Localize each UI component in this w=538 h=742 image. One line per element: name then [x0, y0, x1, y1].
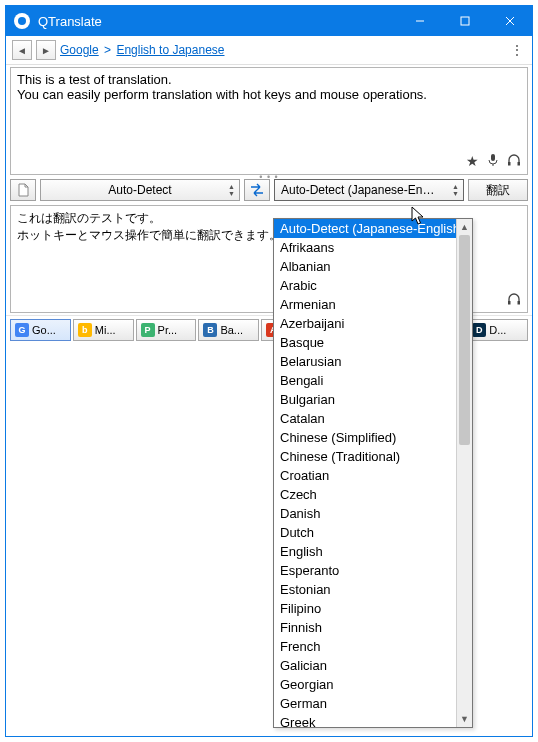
service-icon: P	[141, 323, 155, 337]
dropdown-item[interactable]: English	[274, 542, 456, 561]
svg-rect-2	[461, 17, 469, 25]
titlebar: QTranslate	[6, 6, 532, 36]
dropdown-item[interactable]: Arabic	[274, 276, 456, 295]
dropdown-item[interactable]: Filipino	[274, 599, 456, 618]
new-file-button[interactable]	[10, 179, 36, 201]
dropdown-item[interactable]: Finnish	[274, 618, 456, 637]
service-tab-label: Pr...	[158, 324, 178, 336]
service-tab[interactable]: DD...	[467, 319, 528, 341]
dropdown-item[interactable]: Galician	[274, 656, 456, 675]
dropdown-item[interactable]: Bengali	[274, 371, 456, 390]
svg-rect-9	[508, 301, 511, 305]
app-title: QTranslate	[38, 14, 397, 29]
chevron-right-icon: >	[104, 43, 111, 57]
service-tab-label: Mi...	[95, 324, 116, 336]
dropdown-item[interactable]: Croatian	[274, 466, 456, 485]
source-language-label: Auto-Detect	[47, 183, 233, 197]
dropdown-item[interactable]: Greek	[274, 713, 456, 727]
dropdown-item[interactable]: Esperanto	[274, 561, 456, 580]
target-language-dropdown[interactable]: Auto-Detect (Japanese-English)AfrikaansA…	[273, 218, 473, 728]
minimize-button[interactable]	[397, 6, 442, 36]
dropdown-item[interactable]: Dutch	[274, 523, 456, 542]
updown-icon: ▲▼	[452, 182, 459, 198]
dropdown-item[interactable]: French	[274, 637, 456, 656]
service-tab[interactable]: PPr...	[136, 319, 197, 341]
dropdown-item[interactable]: Azerbaijani	[274, 314, 456, 333]
translate-button[interactable]: 翻訳	[468, 179, 528, 201]
nav-row: ◄ ► Google > English to Japanese ⋮	[6, 36, 532, 65]
dropdown-item[interactable]: Basque	[274, 333, 456, 352]
service-icon: G	[15, 323, 29, 337]
service-icon: D	[472, 323, 486, 337]
mic-icon[interactable]	[487, 153, 499, 170]
target-language-label: Auto-Detect (Japanese-En…	[281, 183, 434, 197]
source-language-combo[interactable]: Auto-Detect ▲▼	[40, 179, 240, 201]
scroll-down-icon[interactable]: ▼	[457, 711, 472, 727]
dropdown-item[interactable]: Catalan	[274, 409, 456, 428]
scroll-up-icon[interactable]: ▲	[457, 219, 472, 235]
source-text: This is a test of translation. You can e…	[17, 72, 521, 102]
control-row: • • • Auto-Detect ▲▼ Auto-Detect (Japane…	[6, 177, 532, 203]
service-tab[interactable]: BBa...	[198, 319, 259, 341]
dropdown-item[interactable]: Armenian	[274, 295, 456, 314]
updown-icon: ▲▼	[228, 182, 235, 198]
forward-button[interactable]: ►	[36, 40, 56, 60]
svg-rect-5	[491, 154, 495, 161]
star-icon[interactable]: ★	[466, 153, 479, 170]
breadcrumb-pair[interactable]: English to Japanese	[116, 43, 224, 57]
dropdown-item[interactable]: Georgian	[274, 675, 456, 694]
service-icon: B	[203, 323, 217, 337]
dropdown-scrollbar[interactable]: ▲ ▼	[456, 219, 472, 727]
back-button[interactable]: ◄	[12, 40, 32, 60]
service-tab[interactable]: bMi...	[73, 319, 134, 341]
dropdown-item[interactable]: Danish	[274, 504, 456, 523]
target-language-combo[interactable]: Auto-Detect (Japanese-En… ▲▼	[274, 179, 464, 201]
dropdown-item[interactable]: Afrikaans	[274, 238, 456, 257]
swap-languages-button[interactable]	[244, 179, 270, 201]
dropdown-item[interactable]: Chinese (Traditional)	[274, 447, 456, 466]
dropdown-item[interactable]: Czech	[274, 485, 456, 504]
headphones-icon[interactable]	[507, 292, 521, 308]
svg-point-0	[18, 17, 26, 25]
svg-rect-8	[518, 162, 521, 166]
dropdown-item[interactable]: Albanian	[274, 257, 456, 276]
service-tab-label: D...	[489, 324, 506, 336]
app-icon	[14, 13, 30, 29]
dropdown-item[interactable]: German	[274, 694, 456, 713]
service-tab[interactable]: GGo...	[10, 319, 71, 341]
service-tab-label: Go...	[32, 324, 56, 336]
menu-button[interactable]: ⋮	[508, 42, 526, 58]
dropdown-item[interactable]: Belarusian	[274, 352, 456, 371]
scroll-thumb[interactable]	[459, 235, 470, 445]
service-icon: b	[78, 323, 92, 337]
svg-rect-10	[518, 301, 521, 305]
svg-rect-7	[508, 162, 511, 166]
close-button[interactable]	[487, 6, 532, 36]
service-tab-label: Ba...	[220, 324, 243, 336]
dropdown-list[interactable]: Auto-Detect (Japanese-English)AfrikaansA…	[274, 219, 456, 727]
dropdown-item[interactable]: Estonian	[274, 580, 456, 599]
dropdown-item[interactable]: Auto-Detect (Japanese-English)	[274, 219, 456, 238]
breadcrumb: Google > English to Japanese	[60, 43, 504, 57]
maximize-button[interactable]	[442, 6, 487, 36]
breadcrumb-service[interactable]: Google	[60, 43, 99, 57]
dropdown-item[interactable]: Chinese (Simplified)	[274, 428, 456, 447]
dropdown-item[interactable]: Bulgarian	[274, 390, 456, 409]
source-text-area[interactable]: This is a test of translation. You can e…	[10, 67, 528, 175]
headphones-icon[interactable]	[507, 153, 521, 170]
